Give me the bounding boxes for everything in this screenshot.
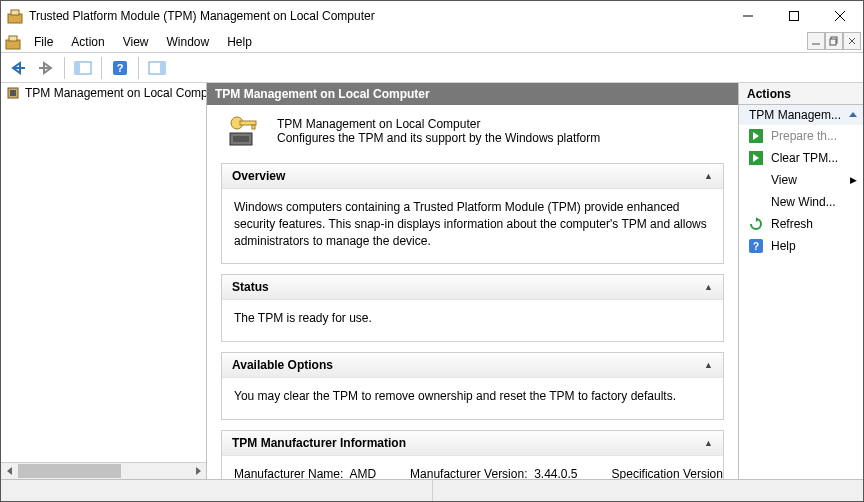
show-hide-tree-button[interactable] xyxy=(70,55,96,81)
action-refresh-label: Refresh xyxy=(771,217,813,231)
actions-group-header[interactable]: TPM Managem... xyxy=(739,105,863,125)
group-overview-body: Windows computers containing a Trusted P… xyxy=(222,189,723,263)
title-bar: Trusted Platform Module (TPM) Management… xyxy=(1,1,863,31)
mdi-close-button[interactable] xyxy=(843,32,861,50)
group-options-title: Available Options xyxy=(232,358,333,372)
svg-text:?: ? xyxy=(753,241,759,252)
refresh-icon xyxy=(749,217,763,231)
banner-subtitle: Configures the TPM and its support by th… xyxy=(277,131,600,145)
action-refresh[interactable]: Refresh xyxy=(739,213,863,235)
app-window: Trusted Platform Module (TPM) Management… xyxy=(0,0,864,502)
svg-rect-27 xyxy=(233,136,249,142)
toolbar-separator xyxy=(101,57,102,79)
key-chip-icon xyxy=(225,115,265,147)
scroll-track[interactable] xyxy=(18,463,189,479)
collapse-icon: ▲ xyxy=(704,171,713,181)
group-overview-header[interactable]: Overview ▲ xyxy=(222,164,723,189)
actions-group-label: TPM Managem... xyxy=(749,108,841,122)
svg-text:?: ? xyxy=(117,62,124,74)
group-status-title: Status xyxy=(232,280,269,294)
banner-text: TPM Management on Local Computer Configu… xyxy=(277,117,600,145)
chip-icon xyxy=(5,85,21,101)
action-new-window[interactable]: New Wind... xyxy=(739,191,863,213)
scroll-left-button[interactable] xyxy=(1,463,18,479)
svg-rect-22 xyxy=(10,90,16,96)
svg-rect-25 xyxy=(252,125,255,129)
horizontal-scrollbar[interactable] xyxy=(1,462,206,479)
minimize-button[interactable] xyxy=(725,1,771,31)
tool-bar: ? xyxy=(1,53,863,83)
group-manufacturer-header[interactable]: TPM Manufacturer Information ▲ xyxy=(222,431,723,456)
close-button[interactable] xyxy=(817,1,863,31)
menu-help[interactable]: Help xyxy=(218,33,261,51)
mfr-version-value: 3.44.0.5 xyxy=(534,467,577,479)
action-help-label: Help xyxy=(771,239,796,253)
svg-rect-1 xyxy=(11,10,19,15)
body: TPM Management on Local Comp TPM Managem… xyxy=(1,83,863,479)
collapse-icon: ▲ xyxy=(704,282,713,292)
scroll-thumb[interactable] xyxy=(18,464,121,478)
help-icon: ? xyxy=(749,239,763,253)
content-header: TPM Management on Local Computer xyxy=(207,83,738,105)
group-overview-title: Overview xyxy=(232,169,285,183)
collapse-icon: ▲ xyxy=(704,438,713,448)
action-prepare-label: Prepare th... xyxy=(771,129,837,143)
group-options-header[interactable]: Available Options ▲ xyxy=(222,353,723,378)
arrow-right-green-icon xyxy=(749,129,763,143)
action-view[interactable]: View ▶ xyxy=(739,169,863,191)
group-manufacturer: TPM Manufacturer Information ▲ Manufactu… xyxy=(221,430,724,479)
mdi-restore-button[interactable] xyxy=(825,32,843,50)
svg-rect-7 xyxy=(9,36,17,41)
window-title: Trusted Platform Module (TPM) Management… xyxy=(29,9,725,23)
mfr-name-label: Manufacturer Name: xyxy=(234,467,343,479)
action-view-label: View xyxy=(771,173,797,187)
help-button[interactable]: ? xyxy=(107,55,133,81)
actions-header: Actions xyxy=(739,83,863,105)
group-status-header[interactable]: Status ▲ xyxy=(222,275,723,300)
menu-file[interactable]: File xyxy=(25,33,62,51)
content-pane: TPM Management on Local Computer TPM M xyxy=(207,83,739,479)
menu-window[interactable]: Window xyxy=(158,33,219,51)
tree-root-item[interactable]: TPM Management on Local Comp xyxy=(1,83,206,103)
svg-rect-10 xyxy=(830,39,836,45)
group-status-body: The TPM is ready for use. xyxy=(222,300,723,341)
maximize-button[interactable] xyxy=(771,1,817,31)
action-prepare-tpm[interactable]: Prepare th... xyxy=(739,125,863,147)
action-new-window-label: New Wind... xyxy=(771,195,836,209)
collapse-icon: ▲ xyxy=(704,360,713,370)
banner-title: TPM Management on Local Computer xyxy=(277,117,600,131)
menu-bar: File Action View Window Help xyxy=(1,31,863,53)
group-options-body: You may clear the TPM to remove ownershi… xyxy=(222,378,723,419)
group-status: Status ▲ The TPM is ready for use. xyxy=(221,274,724,342)
mdi-minimize-button[interactable] xyxy=(807,32,825,50)
menu-view[interactable]: View xyxy=(114,33,158,51)
action-clear-label: Clear TPM... xyxy=(771,151,838,165)
svg-rect-24 xyxy=(240,121,256,125)
svg-rect-3 xyxy=(790,12,799,21)
tree-root-label: TPM Management on Local Comp xyxy=(25,86,206,100)
group-options: Available Options ▲ You may clear the TP… xyxy=(221,352,724,420)
status-cell xyxy=(433,480,864,501)
action-help[interactable]: ? Help xyxy=(739,235,863,257)
show-action-pane-button[interactable] xyxy=(144,55,170,81)
svg-rect-16 xyxy=(75,62,80,74)
group-manufacturer-body: Manufacturer Name: AMD Manufacturer Vers… xyxy=(222,456,723,479)
group-overview: Overview ▲ Windows computers containing … xyxy=(221,163,724,264)
tree-empty-space xyxy=(1,103,206,462)
scroll-right-button[interactable] xyxy=(189,463,206,479)
content-body: TPM Management on Local Computer Configu… xyxy=(207,105,738,479)
navigation-pane: TPM Management on Local Comp xyxy=(1,83,207,479)
svg-rect-20 xyxy=(160,62,165,74)
menu-action[interactable]: Action xyxy=(62,33,113,51)
mfr-name-value: AMD xyxy=(349,467,376,479)
action-clear-tpm[interactable]: Clear TPM... xyxy=(739,147,863,169)
actions-pane: Actions TPM Managem... Prepare th... Cle… xyxy=(739,83,863,479)
banner: TPM Management on Local Computer Configu… xyxy=(207,105,738,159)
menu-app-icon xyxy=(5,34,21,50)
forward-button[interactable] xyxy=(33,55,59,81)
toolbar-separator xyxy=(64,57,65,79)
toolbar-separator xyxy=(138,57,139,79)
mfr-version-label: Manufacturer Version: xyxy=(410,467,527,479)
back-button[interactable] xyxy=(5,55,31,81)
app-icon xyxy=(7,8,23,24)
